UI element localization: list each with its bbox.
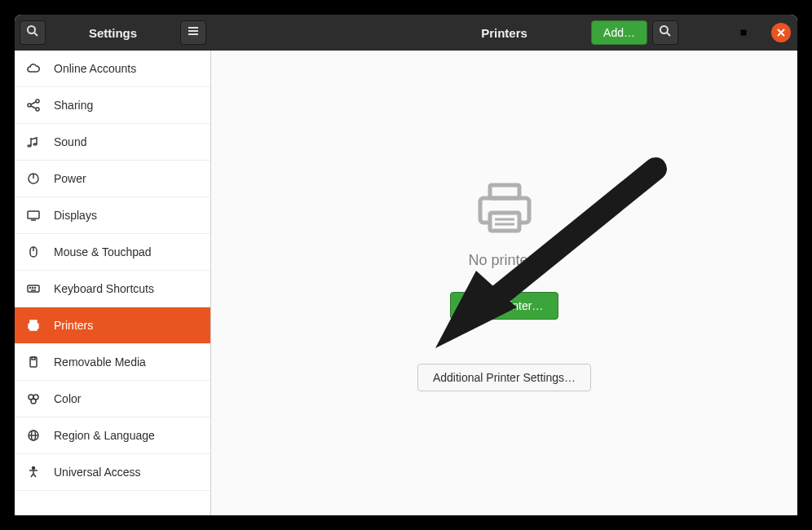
- printer-icon: [26, 318, 41, 333]
- svg-rect-30: [30, 357, 37, 367]
- svg-point-0: [28, 26, 35, 33]
- add-printer-button[interactable]: Add a Printer…: [450, 292, 559, 320]
- svg-rect-29: [30, 327, 37, 330]
- settings-window: Settings Printers Add…: [15, 15, 797, 515]
- sidebar-item-displays[interactable]: Displays: [15, 197, 210, 234]
- annotation-arrow: [419, 152, 680, 368]
- sidebar-item-label: Mouse & Touchpad: [54, 245, 152, 258]
- content-area: Online Accounts Sharing Sound Power Disp…: [15, 51, 797, 515]
- svg-rect-45: [490, 213, 519, 231]
- sidebar-item-label: Keyboard Shortcuts: [54, 282, 154, 295]
- search-icon: [26, 24, 39, 41]
- close-button[interactable]: [771, 23, 791, 42]
- svg-point-24: [33, 288, 33, 289]
- mouse-icon: [26, 245, 41, 259]
- settings-title: Settings: [46, 26, 180, 40]
- sidebar: Online Accounts Sharing Sound Power Disp…: [15, 51, 211, 515]
- sidebar-item-label: Universal Access: [54, 466, 141, 479]
- titlebar-main-section: Printers Add…: [211, 15, 797, 51]
- maximize-button[interactable]: [734, 23, 753, 42]
- sidebar-item-label: Sharing: [54, 99, 93, 112]
- sidebar-item-power[interactable]: Power: [15, 161, 210, 197]
- sidebar-item-label: Color: [54, 392, 81, 405]
- color-icon: [26, 391, 41, 406]
- add-button-titlebar[interactable]: Add…: [591, 20, 647, 45]
- maximize-icon: [739, 25, 748, 40]
- svg-point-38: [33, 467, 35, 470]
- sidebar-item-sharing[interactable]: Sharing: [15, 87, 210, 124]
- svg-rect-18: [28, 211, 39, 219]
- sidebar-item-label: Displays: [54, 209, 97, 222]
- cloud-icon: [26, 61, 41, 76]
- svg-rect-28: [30, 320, 37, 324]
- empty-state-text: No printers: [468, 252, 540, 269]
- svg-rect-31: [32, 357, 35, 360]
- main-panel: No printers Add a Printer… Additional Pr…: [211, 51, 797, 515]
- svg-rect-8: [741, 30, 747, 36]
- sound-icon: [26, 135, 41, 149]
- sidebar-item-printers[interactable]: Printers: [15, 307, 210, 344]
- additional-printer-settings-button[interactable]: Additional Printer Settings…: [417, 364, 591, 391]
- minimize-icon: [702, 25, 710, 40]
- svg-line-6: [667, 33, 670, 36]
- sidebar-item-online-accounts[interactable]: Online Accounts: [15, 51, 210, 87]
- main-search-button[interactable]: [652, 20, 678, 45]
- svg-point-34: [31, 399, 36, 404]
- sidebar-item-sound[interactable]: Sound: [15, 124, 210, 161]
- titlebar-right-controls: Add…: [591, 20, 797, 45]
- svg-point-5: [660, 26, 668, 33]
- sidebar-item-label: Power: [54, 172, 86, 185]
- svg-point-13: [36, 108, 39, 111]
- titlebar: Settings Printers Add…: [15, 15, 797, 51]
- svg-rect-22: [28, 285, 39, 292]
- svg-point-12: [36, 99, 39, 103]
- minimize-button[interactable]: [696, 23, 716, 42]
- hamburger-menu-button[interactable]: [180, 20, 206, 45]
- titlebar-sidebar-section: Settings: [15, 15, 211, 51]
- sidebar-item-label: Online Accounts: [54, 62, 136, 75]
- sidebar-item-label: Removable Media: [54, 356, 146, 369]
- globe-icon: [26, 428, 41, 443]
- sidebar-search-button[interactable]: [20, 20, 46, 45]
- hamburger-icon: [187, 24, 200, 41]
- svg-point-11: [28, 104, 31, 107]
- sidebar-item-label: Sound: [54, 135, 86, 148]
- removable-icon: [26, 355, 41, 369]
- share-icon: [26, 98, 41, 113]
- svg-point-25: [35, 288, 36, 289]
- keyboard-icon: [26, 281, 41, 296]
- accessibility-icon: [26, 465, 41, 479]
- svg-line-14: [31, 102, 36, 104]
- sidebar-item-keyboard[interactable]: Keyboard Shortcuts: [15, 271, 210, 307]
- sidebar-item-label: Printers: [54, 319, 93, 332]
- svg-point-23: [30, 288, 31, 289]
- search-icon: [659, 24, 672, 41]
- sidebar-item-label: Region & Language: [54, 429, 155, 442]
- sidebar-item-mouse[interactable]: Mouse & Touchpad: [15, 234, 210, 271]
- printer-illustration: [472, 175, 537, 244]
- power-icon: [26, 171, 41, 186]
- svg-line-1: [34, 33, 38, 36]
- svg-line-42: [33, 474, 36, 477]
- display-icon: [26, 208, 41, 223]
- page-title: Printers: [481, 26, 527, 40]
- close-icon: [777, 25, 785, 40]
- sidebar-item-universal-access[interactable]: Universal Access: [15, 454, 210, 491]
- sidebar-item-region-language[interactable]: Region & Language: [15, 417, 210, 454]
- svg-line-15: [31, 106, 36, 108]
- sidebar-item-removable-media[interactable]: Removable Media: [15, 344, 210, 381]
- sidebar-item-color[interactable]: Color: [15, 381, 210, 417]
